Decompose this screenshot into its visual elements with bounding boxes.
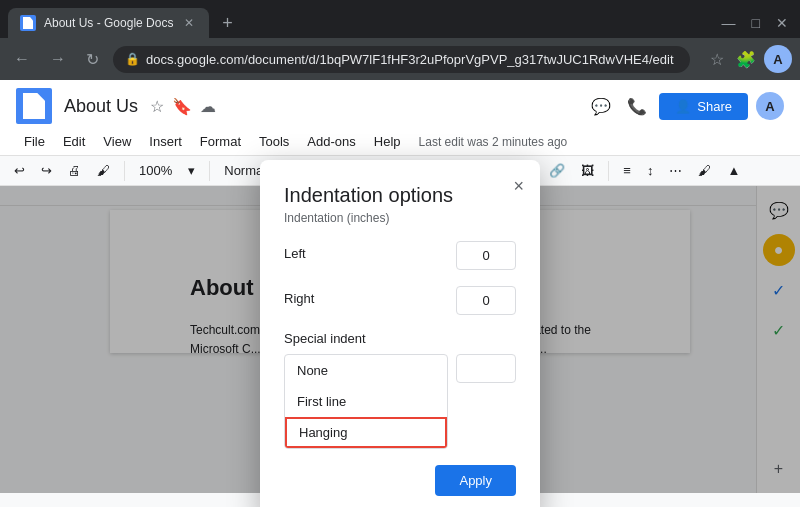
indent-option-none[interactable]: None bbox=[285, 355, 447, 386]
menu-insert[interactable]: Insert bbox=[141, 130, 190, 153]
redo-button[interactable]: ↪ bbox=[35, 160, 58, 181]
share-icon: 👤 bbox=[675, 99, 691, 114]
bookmark-doc-icon[interactable]: 🔖 bbox=[172, 97, 192, 116]
new-tab-button[interactable]: + bbox=[213, 9, 241, 37]
left-indent-row: Left bbox=[284, 241, 516, 270]
print-button[interactable]: 🖨 bbox=[62, 160, 87, 181]
toolbar-separator bbox=[124, 161, 125, 181]
address-input[interactable]: 🔒 docs.google.com/document/d/1bqPW7lF1fH… bbox=[113, 46, 690, 73]
hide-toolbar-button[interactable]: ▲ bbox=[721, 160, 746, 181]
extensions-icon[interactable]: 🧩 bbox=[732, 46, 760, 73]
share-button[interactable]: 👤 Share bbox=[659, 93, 748, 120]
refresh-button[interactable]: ↻ bbox=[80, 46, 105, 73]
tab-bar: About Us - Google Docs ✕ + — □ ✕ bbox=[0, 0, 800, 38]
indent-options-list: None First line Hanging bbox=[284, 354, 448, 449]
cloud-icon[interactable]: ☁ bbox=[200, 97, 216, 116]
comments-icon[interactable]: 💬 bbox=[587, 92, 615, 120]
apply-button[interactable]: Apply bbox=[435, 465, 516, 496]
doc-area: About Us Techcult.com is primarily a tec… bbox=[0, 186, 800, 493]
dialog-subtitle: Indentation (inches) bbox=[284, 211, 516, 225]
link-button[interactable]: 🔗 bbox=[543, 160, 571, 181]
profile-avatar[interactable]: A bbox=[764, 45, 792, 73]
menu-file[interactable]: File bbox=[16, 130, 53, 153]
image-button[interactable]: 🖼 bbox=[575, 160, 600, 181]
dialog-footer: Apply bbox=[284, 465, 516, 496]
maximize-button[interactable]: □ bbox=[748, 11, 764, 35]
indent-option-hanging[interactable]: Hanging bbox=[285, 417, 447, 448]
browser-chrome: About Us - Google Docs ✕ + — □ ✕ ← → ↻ 🔒… bbox=[0, 0, 800, 80]
align-button[interactable]: ≡ bbox=[617, 160, 637, 181]
last-edit-text: Last edit was 2 minutes ago bbox=[419, 135, 568, 149]
special-indent-label: Special indent bbox=[284, 331, 516, 346]
special-indent-container: None First line Hanging bbox=[284, 354, 516, 449]
left-label: Left bbox=[284, 246, 306, 261]
menu-addons[interactable]: Add-ons bbox=[299, 130, 363, 153]
browser-toolbar-right: ☆ 🧩 A bbox=[706, 45, 792, 73]
tab-close-button[interactable]: ✕ bbox=[181, 15, 197, 31]
indent-option-firstline[interactable]: First line bbox=[285, 386, 447, 417]
docs-app-icon bbox=[16, 88, 52, 124]
bookmark-icon[interactable]: ☆ bbox=[706, 46, 728, 73]
line-spacing-button[interactable]: ↕ bbox=[641, 160, 660, 181]
zoom-selector[interactable]: 100% bbox=[133, 160, 178, 181]
right-indent-input[interactable] bbox=[456, 286, 516, 315]
docs-title-row: About Us ☆ 🔖 ☁ 💬 📞 👤 Share A bbox=[16, 88, 784, 124]
chevron-down-icon[interactable]: ▾ bbox=[182, 160, 201, 181]
menu-edit[interactable]: Edit bbox=[55, 130, 93, 153]
menu-view[interactable]: View bbox=[95, 130, 139, 153]
menu-format[interactable]: Format bbox=[192, 130, 249, 153]
right-label: Right bbox=[284, 291, 314, 306]
tab-title: About Us - Google Docs bbox=[44, 16, 173, 30]
tab-favicon bbox=[20, 15, 36, 31]
menu-help[interactable]: Help bbox=[366, 130, 409, 153]
indent-value-input[interactable] bbox=[456, 354, 516, 383]
toolbar-separator-2 bbox=[209, 161, 210, 181]
star-icon[interactable]: ☆ bbox=[150, 97, 164, 116]
menu-tools[interactable]: Tools bbox=[251, 130, 297, 153]
share-label: Share bbox=[697, 99, 732, 114]
format-paint-button[interactable]: 🖌 bbox=[692, 160, 717, 181]
docs-menu: File Edit View Insert Format Tools Add-o… bbox=[16, 128, 784, 155]
indentation-dialog: Indentation options Indentation (inches)… bbox=[260, 160, 540, 508]
dialog-overlay: Indentation options Indentation (inches)… bbox=[0, 186, 800, 493]
dialog-close-button[interactable]: × bbox=[513, 176, 524, 197]
forward-button[interactable]: → bbox=[44, 46, 72, 72]
docs-profile-avatar[interactable]: A bbox=[756, 92, 784, 120]
docs-title-icons: ☆ 🔖 ☁ bbox=[150, 97, 216, 116]
left-indent-input[interactable] bbox=[456, 241, 516, 270]
active-tab[interactable]: About Us - Google Docs ✕ bbox=[8, 8, 209, 38]
address-text: docs.google.com/document/d/1bqPW7lF1fHF3… bbox=[146, 52, 674, 67]
dialog-title: Indentation options bbox=[284, 184, 516, 207]
docs-header-right: 💬 📞 👤 Share A bbox=[587, 92, 784, 120]
toolbar-separator-7 bbox=[608, 161, 609, 181]
close-browser-button[interactable]: ✕ bbox=[772, 11, 792, 35]
more-button[interactable]: ⋯ bbox=[663, 160, 688, 181]
minimize-button[interactable]: — bbox=[718, 11, 740, 35]
lock-icon: 🔒 bbox=[125, 52, 140, 66]
docs-container: About Us ☆ 🔖 ☁ 💬 📞 👤 Share A File Edit V… bbox=[0, 80, 800, 507]
docs-header: About Us ☆ 🔖 ☁ 💬 📞 👤 Share A File Edit V… bbox=[0, 80, 800, 156]
address-bar: ← → ↻ 🔒 docs.google.com/document/d/1bqPW… bbox=[0, 38, 800, 80]
tab-bar-controls: — □ ✕ bbox=[718, 11, 792, 35]
call-icon[interactable]: 📞 bbox=[623, 92, 651, 120]
back-button[interactable]: ← bbox=[8, 46, 36, 72]
right-indent-row: Right bbox=[284, 286, 516, 315]
paint-button[interactable]: 🖌 bbox=[91, 160, 116, 181]
docs-document-title[interactable]: About Us bbox=[64, 96, 138, 117]
undo-button[interactable]: ↩ bbox=[8, 160, 31, 181]
